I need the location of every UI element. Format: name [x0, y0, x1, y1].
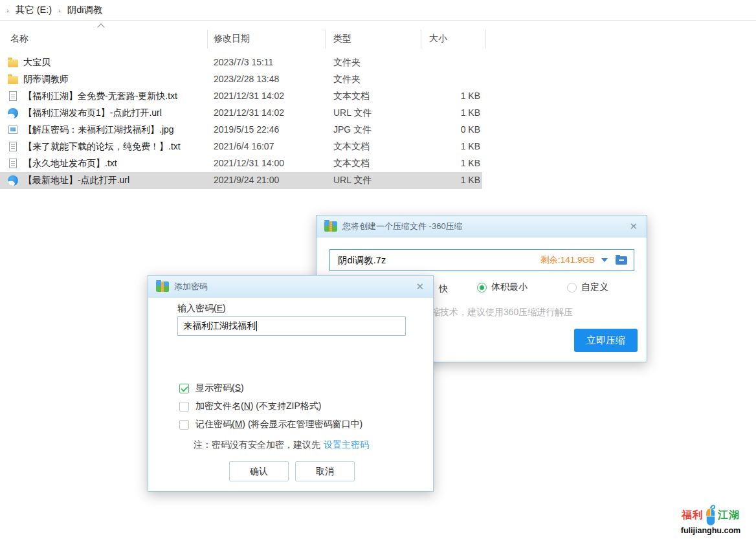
- checkbox-icon[interactable]: [179, 402, 189, 412]
- close-icon[interactable]: ✕: [414, 281, 425, 292]
- folder-icon: [8, 60, 18, 67]
- radio-icon: [477, 283, 487, 292]
- file-type: 文本文档: [333, 141, 370, 153]
- archive-filename: 阴di调教.7z: [338, 254, 540, 267]
- brand-text-left: 福利: [682, 509, 704, 522]
- file-name: 【解压密码：来福利江湖找福利】.jpg: [23, 124, 174, 136]
- file-type: 文本文档: [333, 158, 370, 170]
- column-header-size[interactable]: 大小: [429, 33, 447, 45]
- file-row[interactable]: 【福利江湖】全免费-无套路-更新快.txt 2021/12/31 14:02 文…: [0, 88, 482, 105]
- checkbox-row[interactable]: 记住密码(M) (将会显示在管理密码窗口中): [179, 415, 362, 434]
- file-row[interactable]: 阴蒂调教师 2023/2/28 13:48 文件夹: [0, 71, 482, 88]
- file-type: 文本文档: [333, 91, 370, 102]
- checkbox-label: 加密文件名(N) (不支持ZIP格式): [195, 401, 321, 412]
- file-row[interactable]: 【福利江湖发布页1】-点此打开.url 2021/12/31 14:02 URL…: [0, 105, 482, 122]
- column-divider: [485, 30, 486, 49]
- file-date: 2021/12/31 14:02: [214, 91, 284, 101]
- checkbox-label: 显示密码(S): [195, 382, 244, 394]
- file-name: 【永久地址发布页】.txt: [23, 158, 117, 170]
- file-size: 1 KB: [421, 107, 480, 118]
- file-date: 2021/12/31 14:00: [214, 158, 284, 168]
- file-row[interactable]: 【永久地址发布页】.txt 2021/12/31 14:00 文本文档 1 KB: [0, 155, 482, 172]
- url-icon: [8, 108, 18, 118]
- column-divider: [421, 30, 421, 49]
- close-icon[interactable]: ✕: [628, 221, 639, 232]
- checkbox-icon[interactable]: [179, 384, 189, 393]
- chevron-down-icon[interactable]: [601, 258, 608, 262]
- file-row[interactable]: 【解压密码：来福利江湖找福利】.jpg 2019/5/15 22:46 JPG …: [0, 122, 482, 138]
- watermark-logo: 福利 江湖 fulijianghu.com: [671, 503, 751, 535]
- file-date: 2023/2/28 13:48: [214, 74, 279, 84]
- format-tip-text: 缩技术，建议使用360压缩进行解压: [431, 307, 573, 318]
- column-divider: [325, 30, 326, 49]
- browse-folder-icon[interactable]: [616, 256, 627, 265]
- radio-custom[interactable]: 自定义: [567, 281, 608, 293]
- radio-icon: [567, 283, 577, 292]
- file-name: 【来了就能下载的论坛，纯免费！】.txt: [23, 141, 181, 153]
- radio-label: 体积最小: [491, 281, 528, 293]
- chevron-right-icon[interactable]: ›: [58, 6, 61, 14]
- password-options: 显示密码(S) 加密文件名(N) (不支持ZIP格式) 记住密码(M) (将会显…: [179, 379, 362, 434]
- file-size: 1 KB: [421, 91, 480, 101]
- file-name: 大宝贝: [23, 57, 50, 69]
- column-header-name[interactable]: 名称: [10, 33, 28, 45]
- breadcrumb-folder[interactable]: 阴di调教: [67, 4, 103, 16]
- confirm-button[interactable]: 确认: [229, 461, 289, 481]
- brand-text-right: 江湖: [718, 509, 740, 522]
- folder-icon: [8, 76, 18, 84]
- checkbox-icon[interactable]: [179, 420, 189, 430]
- file-date: 2023/7/3 15:11: [214, 57, 273, 67]
- file-row[interactable]: 【来了就能下载的论坛，纯免费！】.txt 2021/6/4 16:07 文本文档…: [0, 138, 482, 155]
- checkbox-row[interactable]: 显示密码(S): [179, 379, 362, 397]
- compress-now-button[interactable]: 立即压缩: [574, 329, 638, 352]
- zip-dialog-titlebar[interactable]: 您将创建一个压缩文件 -360压缩 ✕: [317, 215, 647, 237]
- column-header-type[interactable]: 类型: [333, 33, 351, 45]
- password-input[interactable]: 来福利江湖找福利: [177, 316, 406, 336]
- file-date: 2021/9/24 21:00: [214, 175, 279, 185]
- column-header-date[interactable]: 修改日期: [214, 33, 250, 45]
- file-name: 阴蒂调教师: [23, 74, 69, 85]
- file-type: URL 文件: [333, 107, 372, 119]
- file-row[interactable]: 大宝贝 2023/7/3 15:11 文件夹: [0, 54, 482, 71]
- zip-app-icon: [156, 281, 169, 292]
- disk-space-left: 剩余:141.9GB: [540, 254, 595, 266]
- file-size: 1 KB: [421, 158, 480, 168]
- radio-option-fragment[interactable]: 快: [439, 283, 448, 295]
- text-caret: [256, 321, 257, 331]
- radio-label: 自定义: [581, 281, 608, 293]
- checkbox-row[interactable]: 加密文件名(N) (不支持ZIP格式): [179, 397, 362, 415]
- file-name: 【福利江湖】全免费-无套路-更新快.txt: [23, 91, 177, 102]
- password-note: 注：密码没有安全加密，建议先设置主密码: [194, 439, 369, 451]
- file-list: 大宝贝 2023/7/3 15:11 文件夹 阴蒂调教师 2023/2/28 1…: [0, 54, 487, 189]
- radio-smallest-size[interactable]: 体积最小: [477, 281, 528, 293]
- file-size: 1 KB: [421, 141, 480, 151]
- password-value: 来福利江湖找福利: [183, 320, 256, 332]
- sort-ascending-icon[interactable]: [97, 23, 104, 30]
- screen: › 其它 (E:) › 阴di调教 名称 修改日期 类型 大小 大宝贝 2023…: [0, 0, 756, 539]
- zip-dialog-title: 您将创建一个压缩文件 -360压缩: [342, 221, 628, 232]
- file-type: 文件夹: [333, 74, 361, 85]
- cancel-button[interactable]: 取消: [295, 461, 355, 481]
- url-icon: [8, 175, 18, 186]
- file-row[interactable]: 【最新地址】-点此打开.url 2021/9/24 21:00 URL 文件 1…: [0, 172, 482, 189]
- mouse-icon: [704, 503, 718, 527]
- breadcrumb: › 其它 (E:) › 阴di调教: [0, 0, 756, 21]
- txt-icon: [9, 159, 17, 168]
- column-divider: [207, 30, 208, 49]
- archive-filename-input[interactable]: 阴di调教.7z 剩余:141.9GB: [329, 249, 634, 271]
- password-dialog-title: 添加密码: [174, 281, 414, 292]
- set-master-password-link[interactable]: 设置主密码: [324, 439, 369, 450]
- file-name: 【福利江湖发布页1】-点此打开.url: [23, 107, 162, 119]
- password-dialog-titlebar[interactable]: 添加密码 ✕: [148, 276, 433, 298]
- txt-icon: [9, 91, 17, 101]
- breadcrumb-drive[interactable]: 其它 (E:): [16, 4, 52, 16]
- chevron-right-icon[interactable]: ›: [6, 6, 9, 14]
- add-password-dialog: 添加密码 ✕ 输入密码(E) 来福利江湖找福利 显示密码(S) 加密文件名(N)…: [148, 275, 434, 492]
- brand-domain: fulijianghu.com: [671, 526, 751, 535]
- file-list-header: 名称 修改日期 类型 大小: [0, 28, 487, 49]
- file-name: 【最新地址】-点此打开.url: [23, 175, 129, 186]
- file-size: 0 KB: [421, 124, 480, 135]
- file-size: 1 KB: [421, 175, 480, 185]
- file-type: 文件夹: [333, 57, 361, 69]
- jpg-icon: [8, 126, 17, 134]
